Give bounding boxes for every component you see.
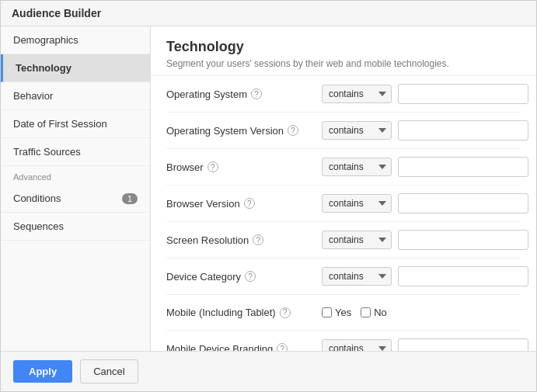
operating-system-label: Operating System ? bbox=[166, 88, 322, 100]
browser-controls: contains does not contain exactly matche… bbox=[322, 157, 528, 177]
sidebar-item-behavior[interactable]: Behavior bbox=[1, 82, 150, 110]
browser-dropdown[interactable]: contains does not contain exactly matche… bbox=[322, 158, 392, 176]
app-title: Audience Builder bbox=[12, 7, 101, 19]
mobile-including-tablet-row: Mobile (Including Tablet) ? Yes No bbox=[166, 295, 521, 331]
mobile-including-tablet-help-icon[interactable]: ? bbox=[280, 307, 291, 318]
panel-header: Technology Segment your users' sessions … bbox=[151, 26, 536, 76]
mobile-including-tablet-label: Mobile (Including Tablet) ? bbox=[166, 307, 322, 318]
device-category-controls: contains does not contain exactly matche… bbox=[322, 266, 528, 286]
browser-version-input[interactable] bbox=[398, 193, 528, 213]
browser-version-controls: contains does not contain exactly matche… bbox=[322, 193, 528, 213]
mobile-device-branding-label: Mobile Device Branding ? bbox=[166, 343, 322, 352]
screen-resolution-help-icon[interactable]: ? bbox=[253, 234, 263, 245]
screen-resolution-controls: contains does not contain exactly matche… bbox=[322, 230, 528, 250]
sidebar-item-date-of-first-session[interactable]: Date of First Session bbox=[1, 110, 150, 138]
device-category-input[interactable] bbox=[398, 266, 528, 286]
operating-system-input[interactable] bbox=[398, 84, 528, 104]
app-container: Audience Builder Demographics Technology… bbox=[0, 0, 537, 392]
operating-system-version-controls: contains does not contain exactly matche… bbox=[322, 120, 528, 140]
browser-version-dropdown[interactable]: contains does not contain exactly matche… bbox=[322, 194, 392, 213]
conditions-row: Conditions 1 bbox=[13, 193, 138, 204]
browser-row: Browser ? contains does not contain exac… bbox=[166, 149, 521, 186]
browser-label: Browser ? bbox=[166, 161, 322, 173]
footer: Apply Cancel bbox=[1, 351, 536, 391]
screen-resolution-dropdown[interactable]: contains does not contain exactly matche… bbox=[322, 231, 392, 249]
mobile-device-branding-controls: contains does not contain exactly matche… bbox=[322, 338, 528, 351]
mobile-no-label[interactable]: No bbox=[361, 307, 387, 318]
mobile-device-branding-input[interactable] bbox=[398, 338, 528, 351]
browser-input[interactable] bbox=[398, 157, 528, 177]
sidebar-item-technology[interactable]: Technology bbox=[1, 54, 150, 82]
browser-version-row: Browser Version ? contains does not cont… bbox=[166, 186, 521, 222]
title-bar: Audience Builder bbox=[1, 1, 536, 26]
screen-resolution-input[interactable] bbox=[398, 230, 528, 250]
mobile-yes-checkbox[interactable] bbox=[322, 307, 332, 317]
mobile-checkbox-group: Yes No bbox=[322, 307, 387, 318]
device-category-dropdown[interactable]: contains does not contain exactly matche… bbox=[322, 267, 392, 286]
sidebar-item-sequences[interactable]: Sequences bbox=[1, 213, 150, 241]
device-category-label: Device Category ? bbox=[166, 271, 322, 283]
operating-system-row: Operating System ? contains does not con… bbox=[166, 76, 521, 113]
conditions-badge: 1 bbox=[122, 193, 138, 204]
screen-resolution-row: Screen Resolution ? contains does not co… bbox=[166, 222, 521, 258]
browser-help-icon[interactable]: ? bbox=[207, 161, 218, 172]
browser-version-label: Browser Version ? bbox=[166, 198, 322, 210]
sidebar-item-traffic-sources[interactable]: Traffic Sources bbox=[1, 138, 150, 166]
main-panel: Technology Segment your users' sessions … bbox=[151, 26, 536, 351]
device-category-row: Device Category ? contains does not cont… bbox=[166, 258, 521, 295]
apply-button[interactable]: Apply bbox=[13, 360, 72, 383]
operating-system-version-dropdown[interactable]: contains does not contain exactly matche… bbox=[322, 121, 392, 140]
operating-system-version-help-icon[interactable]: ? bbox=[288, 125, 298, 136]
sidebar: Demographics Technology Behavior Date of… bbox=[1, 26, 151, 351]
panel-title: Technology bbox=[166, 39, 521, 55]
mobile-yes-label[interactable]: Yes bbox=[322, 307, 351, 318]
mobile-device-branding-row: Mobile Device Branding ? contains does n… bbox=[166, 331, 521, 351]
operating-system-dropdown[interactable]: contains does not contain exactly matche… bbox=[322, 85, 392, 103]
sidebar-item-conditions[interactable]: Conditions 1 bbox=[1, 185, 150, 213]
operating-system-version-input[interactable] bbox=[398, 120, 528, 140]
mobile-no-checkbox[interactable] bbox=[361, 307, 371, 317]
mobile-including-tablet-controls: Yes No bbox=[322, 307, 521, 318]
panel-subtitle: Segment your users' sessions by their we… bbox=[166, 58, 521, 69]
operating-system-version-row: Operating System Version ? contains does… bbox=[166, 113, 521, 149]
operating-system-controls: contains does not contain exactly matche… bbox=[322, 84, 528, 104]
screen-resolution-label: Screen Resolution ? bbox=[166, 234, 322, 246]
mobile-device-branding-dropdown[interactable]: contains does not contain exactly matche… bbox=[322, 339, 392, 351]
mobile-device-branding-help-icon[interactable]: ? bbox=[277, 343, 288, 351]
advanced-section-label: Advanced bbox=[1, 166, 150, 185]
operating-system-help-icon[interactable]: ? bbox=[251, 88, 262, 99]
cancel-button[interactable]: Cancel bbox=[80, 359, 138, 383]
browser-version-help-icon[interactable]: ? bbox=[244, 198, 255, 209]
sidebar-item-demographics[interactable]: Demographics bbox=[1, 26, 150, 54]
main-content: Demographics Technology Behavior Date of… bbox=[1, 26, 536, 351]
panel-body: Operating System ? contains does not con… bbox=[151, 76, 536, 351]
device-category-help-icon[interactable]: ? bbox=[245, 271, 256, 282]
operating-system-version-label: Operating System Version ? bbox=[166, 125, 322, 137]
